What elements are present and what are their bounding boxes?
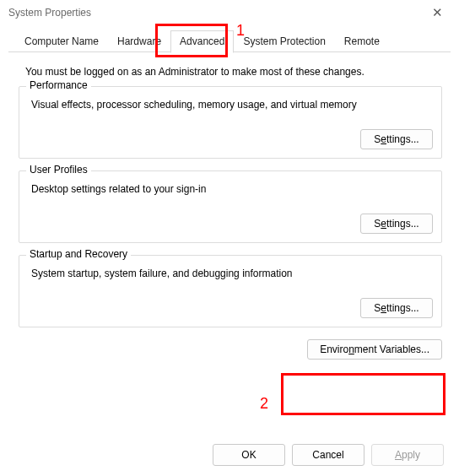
annotation-label-2: 2 <box>260 395 268 413</box>
group-performance-title: Performance <box>26 79 91 91</box>
performance-settings-button[interactable]: Settings... <box>360 129 433 149</box>
titlebar: System Properties ✕ <box>0 0 459 25</box>
group-performance: Performance Visual effects, processor sc… <box>19 86 442 159</box>
environment-variables-button[interactable]: Environment Variables... <box>307 339 442 360</box>
dialog-buttons: OK Cancel Apply <box>213 444 444 466</box>
tab-system-protection[interactable]: System Protection <box>234 30 334 52</box>
group-startup-recovery: Startup and Recovery System startup, sys… <box>19 255 442 327</box>
user-profiles-settings-button[interactable]: Settings... <box>360 214 433 234</box>
annotation-box-2 <box>281 373 446 415</box>
window-title: System Properties <box>8 7 91 19</box>
group-user-profiles-text: Desktop settings related to your sign-in <box>31 183 433 195</box>
tab-remote[interactable]: Remote <box>335 30 389 52</box>
group-user-profiles-title: User Profiles <box>26 164 91 176</box>
apply-button[interactable]: Apply <box>371 444 444 466</box>
tab-content: You must be logged on as an Administrato… <box>0 52 459 370</box>
tab-hardware[interactable]: Hardware <box>108 30 170 52</box>
startup-settings-button[interactable]: Settings... <box>360 298 433 318</box>
tabstrip: Computer Name Hardware Advanced System P… <box>0 25 459 52</box>
group-user-profiles: User Profiles Desktop settings related t… <box>19 170 442 243</box>
cancel-button[interactable]: Cancel <box>292 444 364 466</box>
group-performance-text: Visual effects, processor scheduling, me… <box>31 99 433 111</box>
tab-advanced[interactable]: Advanced <box>170 30 234 53</box>
group-startup-recovery-title: Startup and Recovery <box>26 248 131 260</box>
close-icon[interactable]: ✕ <box>422 0 452 25</box>
tab-computer-name[interactable]: Computer Name <box>15 30 108 52</box>
group-startup-recovery-text: System startup, system failure, and debu… <box>31 268 433 279</box>
ok-button[interactable]: OK <box>213 444 285 466</box>
intro-text: You must be logged on as an Administrato… <box>25 66 442 78</box>
